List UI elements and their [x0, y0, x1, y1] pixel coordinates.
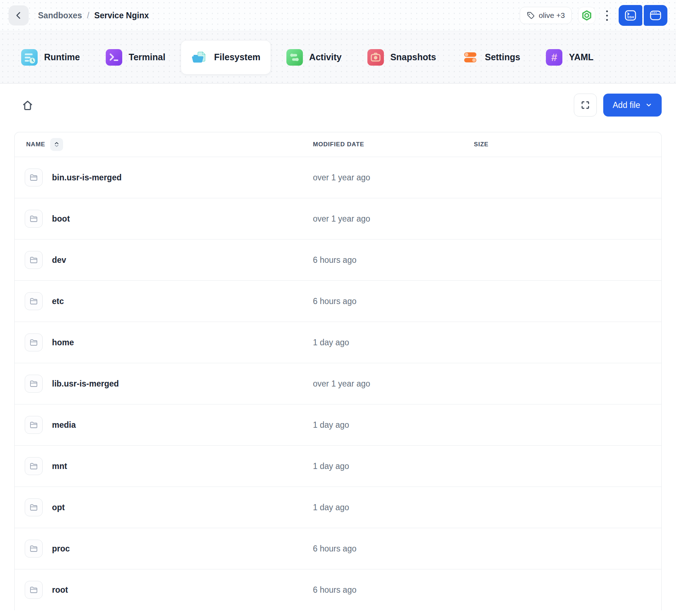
back-button[interactable]	[9, 5, 29, 25]
runtime-icon	[21, 49, 38, 66]
tag-icon	[527, 11, 535, 20]
tab-settings-label: Settings	[485, 52, 520, 62]
home-directory-button[interactable]	[16, 94, 39, 118]
add-file-button[interactable]: Add file	[603, 94, 662, 117]
table-row[interactable]: media 1 day ago	[15, 404, 661, 445]
breadcrumb: Sandboxes / Service Nginx	[38, 11, 149, 20]
tab-terminal[interactable]: Terminal	[95, 40, 176, 75]
table-row[interactable]: bin.usr-is-merged over 1 year ago	[15, 157, 661, 198]
hexagon-status-icon	[581, 10, 592, 21]
file-name: dev	[52, 255, 66, 265]
file-modified-date: 6 hours ago	[313, 297, 474, 306]
expand-icon	[580, 100, 591, 110]
tab-runtime[interactable]: Runtime	[11, 40, 90, 75]
ssh-icon: SSH	[623, 8, 638, 23]
filesystem-toolbar: Add file	[14, 94, 662, 118]
chevron-left-icon	[14, 11, 23, 20]
folder-icon	[29, 379, 38, 388]
tab-runtime-label: Runtime	[44, 52, 80, 62]
home-icon	[21, 99, 34, 112]
folder-icon	[29, 461, 38, 471]
folder-icon	[29, 297, 38, 306]
folder-chip	[25, 251, 43, 269]
folder-chip	[25, 540, 43, 558]
fullscreen-button[interactable]	[574, 94, 597, 117]
column-header-size: Size	[474, 141, 661, 148]
filesystem-panel: Add file Name Modified date Size	[0, 84, 676, 610]
tab-activity[interactable]: Activity	[276, 40, 352, 75]
quick-action-group: SSH	[619, 5, 667, 26]
folder-icon	[29, 420, 38, 430]
file-name: boot	[52, 214, 70, 224]
hash-glyph: #	[551, 51, 557, 63]
folder-chip	[25, 581, 43, 599]
folder-chip	[25, 375, 43, 393]
file-modified-date: 1 day ago	[313, 461, 474, 471]
tab-yaml[interactable]: # YAML	[535, 40, 604, 75]
column-header-modified: Modified date	[313, 141, 474, 148]
table-row[interactable]: root 6 hours ago	[15, 569, 661, 610]
file-table: Name Modified date Size bin.usr-is-me	[14, 132, 662, 610]
folder-chip	[25, 333, 43, 351]
table-row[interactable]: mnt 1 day ago	[15, 445, 661, 487]
filesystem-icon	[191, 49, 208, 66]
yaml-icon: #	[546, 49, 562, 66]
tags-pill-label: olive +3	[539, 11, 565, 20]
tab-filesystem[interactable]: Filesystem	[181, 40, 271, 75]
top-bar: Sandboxes / Service Nginx olive +3	[0, 0, 676, 31]
tab-yaml-label: YAML	[569, 52, 594, 62]
table-row[interactable]: proc 6 hours ago	[15, 528, 661, 569]
file-modified-date: 6 hours ago	[313, 544, 474, 554]
more-options-button[interactable]	[602, 7, 612, 24]
folder-chip	[25, 292, 43, 310]
ssh-button[interactable]: SSH	[619, 5, 642, 26]
file-modified-date: over 1 year ago	[313, 214, 474, 224]
file-modified-date: 6 hours ago	[313, 255, 474, 265]
file-modified-date: over 1 year ago	[313, 173, 474, 183]
activity-icon	[286, 49, 303, 66]
sort-name-button[interactable]	[50, 138, 63, 151]
folder-chip	[25, 457, 43, 475]
tab-snapshots[interactable]: Snapshots	[357, 40, 447, 75]
file-modified-date: 6 hours ago	[313, 585, 474, 595]
file-name: opt	[52, 503, 65, 512]
table-row[interactable]: boot over 1 year ago	[15, 198, 661, 239]
folder-chip	[25, 498, 43, 516]
folder-icon	[29, 585, 38, 594]
file-name: lib.usr-is-merged	[52, 379, 119, 389]
browser-window-icon	[648, 8, 663, 23]
folder-icon	[29, 544, 38, 553]
breadcrumb-separator: /	[87, 11, 89, 20]
status-chip[interactable]	[578, 7, 595, 24]
folder-icon	[29, 214, 38, 223]
tab-bar: Runtime Terminal Filesystem	[0, 31, 676, 84]
file-name: root	[52, 585, 68, 595]
table-row[interactable]: opt 1 day ago	[15, 487, 661, 528]
table-body: bin.usr-is-merged over 1 year ago boot o…	[15, 157, 661, 610]
chevron-down-icon	[645, 101, 652, 109]
folder-chip	[25, 416, 43, 434]
table-header: Name Modified date Size	[15, 132, 661, 157]
file-name: etc	[52, 297, 64, 306]
table-row[interactable]: etc 6 hours ago	[15, 280, 661, 322]
column-header-name: Name	[26, 141, 45, 148]
tab-filesystem-label: Filesystem	[214, 52, 260, 62]
file-modified-date: 1 day ago	[313, 338, 474, 347]
tab-activity-label: Activity	[309, 52, 342, 62]
file-modified-date: over 1 year ago	[313, 379, 474, 389]
table-row[interactable]: lib.usr-is-merged over 1 year ago	[15, 363, 661, 404]
tags-pill[interactable]: olive +3	[520, 7, 572, 24]
open-browser-button[interactable]	[644, 5, 667, 26]
page-title: Service Nginx	[94, 11, 149, 20]
tab-terminal-label: Terminal	[129, 52, 165, 62]
table-row[interactable]: dev 6 hours ago	[15, 239, 661, 280]
tab-settings[interactable]: Settings	[452, 40, 531, 75]
add-file-label: Add file	[613, 100, 640, 110]
breadcrumb-parent[interactable]: Sandboxes	[38, 11, 82, 20]
file-name: mnt	[52, 461, 67, 471]
file-modified-date: 1 day ago	[313, 503, 474, 512]
file-name: bin.usr-is-merged	[52, 173, 122, 183]
folder-icon	[29, 503, 38, 512]
sort-chevrons-icon	[53, 141, 60, 148]
table-row[interactable]: home 1 day ago	[15, 322, 661, 363]
